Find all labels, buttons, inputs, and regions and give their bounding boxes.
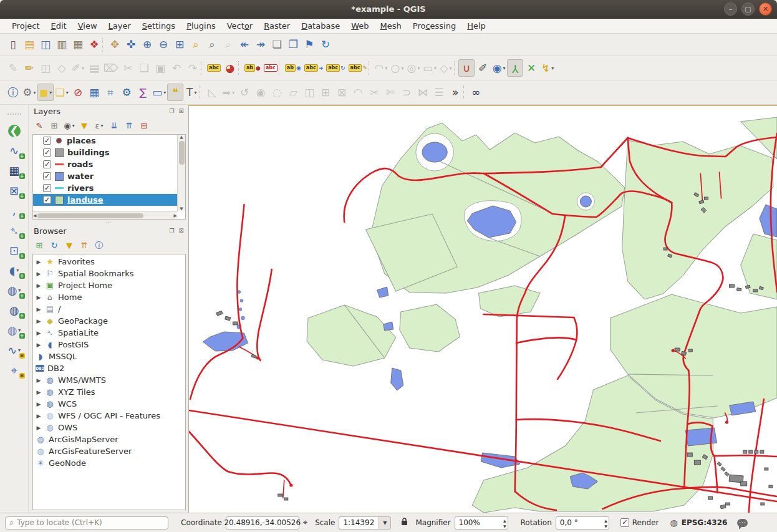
- enable-tracing[interactable]: ↯ ▾: [539, 59, 556, 77]
- field-calculator[interactable]: ⌗ ▾: [102, 84, 118, 101]
- delete-selected[interactable]: ⌦ ▾: [102, 59, 120, 77]
- menu-edit[interactable]: Edit: [46, 19, 72, 32]
- redo[interactable]: ↷ ▾: [185, 59, 201, 77]
- add-wms-wmts-layer[interactable]: ◍ ▾ +: [4, 281, 25, 299]
- browser-tree-item[interactable]: ▶ ✳ GeoNode: [33, 457, 185, 469]
- browser-tree-item[interactable]: ▶ ◍ OWS: [33, 422, 185, 433]
- open-data-source-manager[interactable]: ❮ ▾: [4, 122, 25, 140]
- browser-tree-item[interactable]: ▶ ◍ ArcGisMapServer: [33, 433, 185, 445]
- zoom-to-selection[interactable]: ⌕ ▾: [188, 36, 204, 54]
- expand-arrow[interactable]: ▶: [36, 330, 42, 336]
- show-layout-manager[interactable]: ▦ ▾: [70, 36, 86, 54]
- pan-to-selection[interactable]: ✜ ▾: [123, 36, 139, 54]
- new-3d-map-view[interactable]: ❐ ▾: [285, 36, 301, 54]
- digitize-rectangle[interactable]: ▭ ▾: [422, 59, 438, 77]
- zoom-to-layer[interactable]: ⌕ ▾: [204, 36, 220, 54]
- layer-visibility-checkbox[interactable]: ✓: [43, 184, 51, 192]
- add-part[interactable]: ▱ ▾: [285, 84, 301, 101]
- filter-by-expression[interactable]: ε ▾: [92, 119, 106, 133]
- menu-help[interactable]: Help: [461, 19, 491, 32]
- browser-tree-item[interactable]: ▶ ◍ WMS/WMTS: [33, 374, 185, 386]
- add-delimited-text-layer[interactable]: , ▾ +: [4, 201, 25, 220]
- browser-tree-item[interactable]: ▶ ★ Favorites: [33, 256, 185, 268]
- layer-row[interactable]: ✓ landuse: [33, 194, 177, 206]
- menu-mesh[interactable]: Mesh: [375, 19, 407, 32]
- select-features[interactable]: ◼ ▾: [37, 84, 54, 101]
- expand-arrow[interactable]: ▶: [36, 377, 42, 384]
- browser-tree-item[interactable]: ▶ DB2 DB2: [33, 362, 185, 374]
- map-canvas[interactable]: [188, 105, 777, 513]
- collapse-all[interactable]: ⇈ ▾: [122, 119, 136, 133]
- style-manager[interactable]: ❖ ▾: [86, 36, 102, 54]
- measure-line[interactable]: ▭ ▾: [151, 84, 167, 101]
- browser-tree-item[interactable]: ▶ ⌂ Home: [33, 291, 185, 303]
- menu-web[interactable]: Web: [345, 19, 374, 32]
- open-layer-styling[interactable]: ✎ ▾: [32, 119, 46, 133]
- metasearch[interactable]: ∞ ▾: [468, 84, 484, 101]
- zoom-next[interactable]: ↠ ▾: [253, 36, 269, 54]
- add-postgis-layer[interactable]: ◖ ▾ +: [4, 261, 25, 279]
- save-layer-edits[interactable]: ◫ ▾: [37, 59, 54, 77]
- expand-arrow[interactable]: ▶: [36, 413, 42, 419]
- browser-tree-item[interactable]: ▶ ▣ Project Home: [33, 279, 185, 291]
- select-features-by-value[interactable]: ❏ ▾: [54, 84, 70, 101]
- processing-toolbox[interactable]: ⚙ ▾: [118, 84, 135, 101]
- scale-combo[interactable]: 1:14392 ▼: [339, 516, 391, 530]
- toolbar-drag-handle[interactable]: [7, 114, 21, 117]
- add-raster-layer[interactable]: ▦ ▾ +: [4, 162, 25, 180]
- browser-tree-item[interactable]: ▶ ◗ MSSQL: [33, 351, 185, 362]
- simplify-feature[interactable]: ◉ ▾: [253, 84, 269, 101]
- toolbar-overflow[interactable]: » ▾: [447, 84, 463, 101]
- rotate-feature[interactable]: ↺ ▾: [236, 84, 253, 101]
- add-selected-layers[interactable]: ⊞: [32, 239, 46, 253]
- browser-tree-item[interactable]: ▶ ▤ /: [33, 303, 185, 315]
- digitize-circular-string[interactable]: ◠ ▾: [373, 59, 389, 77]
- menu-project[interactable]: Project: [6, 19, 46, 32]
- scale-dropdown-arrow[interactable]: ▼: [379, 516, 391, 530]
- layers-close-button[interactable]: ☒: [176, 107, 186, 116]
- enable-snapping[interactable]: ∪ ▾: [458, 59, 475, 77]
- refresh-browser[interactable]: ↻: [47, 239, 61, 253]
- layer-row[interactable]: ✓ roads: [33, 158, 177, 170]
- open-project[interactable]: ▤ ▾: [21, 36, 37, 54]
- layer-row[interactable]: ✓ water: [33, 170, 177, 182]
- add-wcs-layer[interactable]: ◍ ▾ +: [4, 301, 25, 319]
- split-parts[interactable]: ✄ ▾: [382, 84, 398, 101]
- split-features[interactable]: ✂ ▾: [366, 84, 382, 101]
- layer-row[interactable]: ✓ rivers: [33, 182, 177, 194]
- zoom-last[interactable]: ↞ ▾: [236, 36, 253, 54]
- lock-scale-icon[interactable]: [401, 518, 408, 528]
- menu-plugins[interactable]: Plugins: [181, 19, 221, 32]
- manage-map-themes[interactable]: ◉ ▾: [62, 119, 76, 133]
- identify-features[interactable]: ⓘ ▾: [5, 84, 21, 101]
- cad-tools[interactable]: ◺ ▾: [204, 84, 220, 101]
- maximize-button[interactable]: ▢: [741, 2, 755, 16]
- map-tips[interactable]: ❝ ▾: [167, 84, 183, 101]
- snapping-on-intersections[interactable]: Y ▾: [507, 59, 523, 77]
- browser-float-button[interactable]: ❐: [167, 226, 176, 236]
- zoom-out[interactable]: ⊖ ▾: [155, 36, 171, 54]
- paste-features[interactable]: ▣ ▾: [152, 59, 168, 77]
- digitize-ellipse[interactable]: ◎ ▾: [405, 59, 422, 77]
- copy-features[interactable]: ❏ ▾: [136, 59, 152, 77]
- refresh-map[interactable]: ↻ ▾: [317, 36, 334, 54]
- undo[interactable]: ↶ ▾: [168, 59, 185, 77]
- digitize-regular-polygon[interactable]: ◇ ▾: [438, 59, 454, 77]
- text-annotation[interactable]: T ▾: [183, 84, 200, 101]
- layer-visibility-checkbox[interactable]: ✓: [43, 137, 51, 145]
- browser-close-button[interactable]: ☒: [176, 226, 186, 236]
- offset-curve[interactable]: ⊃ ▾: [398, 84, 415, 101]
- browser-tree-item[interactable]: ▶ ◍ XYZ Tiles: [33, 386, 185, 398]
- add-mesh-layer[interactable]: ⊠ ▾ +: [4, 181, 25, 200]
- snapping-options[interactable]: ◉ ▾: [491, 59, 507, 77]
- layer-row[interactable]: ✓ buildings: [33, 147, 177, 158]
- new-print-layout[interactable]: ▥ ▾: [54, 36, 70, 54]
- add-vector-layer[interactable]: ∿ ▾ +: [4, 142, 25, 160]
- new-gpx-layer[interactable]: ⌖ ▾ ✱: [4, 361, 25, 379]
- new-project[interactable]: ▯ ▾: [5, 36, 21, 54]
- new-map-view[interactable]: ❏ ▾: [269, 36, 285, 54]
- layer-visibility-checkbox[interactable]: ✓: [43, 160, 51, 168]
- enable-properties-widget[interactable]: ⓘ: [92, 239, 106, 253]
- add-ring[interactable]: ◌ ▾: [269, 84, 285, 101]
- filter-legend[interactable]: ▼ ▾: [77, 119, 91, 133]
